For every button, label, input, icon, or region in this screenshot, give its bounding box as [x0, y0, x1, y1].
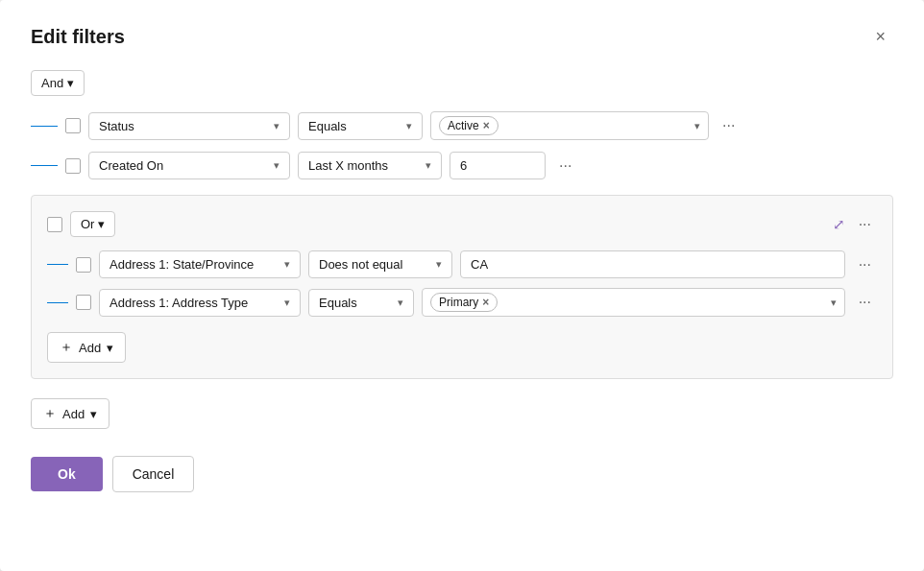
row1-field-dropdown[interactable]: Status ▾ — [88, 112, 290, 140]
row1-field-label: Status — [99, 119, 134, 133]
or-add-label: Add — [79, 341, 101, 355]
or-row1-field-dropdown[interactable]: Address 1: State/Province ▾ — [99, 250, 301, 278]
or-row2-value-chevron: ▾ — [831, 297, 837, 309]
or-row2-connector — [47, 302, 68, 303]
or-add-chevron: ▾ — [107, 341, 113, 355]
ok-button[interactable]: Ok — [31, 457, 103, 491]
collapse-icon[interactable]: ⤢ — [833, 216, 845, 233]
row1-field-chevron: ▾ — [274, 120, 280, 132]
row1-operator-chevron: ▾ — [406, 120, 412, 132]
or-row1-value-input[interactable] — [460, 250, 845, 278]
row1-operator-label: Equals — [308, 119, 347, 133]
or-filter-row-2: Address 1: Address Type ▾ Equals ▾ Prima… — [47, 288, 877, 317]
row2-field-dropdown[interactable]: Created On ▾ — [88, 152, 290, 179]
or-row1-field-chevron: ▾ — [284, 258, 290, 271]
or-row1-operator-chevron: ▾ — [436, 258, 442, 271]
or-group: Or ▾ ⤢ ··· Address 1: State/Province ▾ D… — [31, 195, 893, 379]
or-row2-value-tag: Primary × — [430, 293, 498, 312]
close-button[interactable]: × — [867, 23, 893, 51]
row2-connector — [31, 165, 58, 166]
row1-value-field[interactable]: Active × ▾ — [430, 111, 709, 140]
filter-row-1: Status ▾ Equals ▾ Active × ▾ ··· — [31, 111, 893, 140]
or-row2-field-label: Address 1: Address Type — [109, 296, 248, 310]
row2-value-input[interactable] — [450, 152, 546, 179]
row1-tag-remove[interactable]: × — [483, 119, 490, 132]
row1-tag-text: Active — [448, 119, 479, 132]
or-row2-value-field[interactable]: Primary × ▾ — [422, 288, 845, 317]
row1-value-chevron: ▾ — [694, 120, 700, 132]
main-add-button[interactable]: ＋ Add ▾ — [31, 398, 109, 429]
row1-value-tag: Active × — [439, 116, 498, 135]
main-add-chevron: ▾ — [90, 407, 97, 421]
and-chevron: ▾ — [67, 76, 74, 90]
or-row2-operator-chevron: ▾ — [398, 297, 403, 309]
or-row2-tag-remove[interactable]: × — [482, 296, 489, 309]
or-add-icon: ＋ — [60, 339, 73, 356]
or-group-add-button[interactable]: ＋ Add ▾ — [47, 332, 126, 363]
row2-more-button[interactable]: ··· — [553, 154, 577, 178]
row1-connector — [31, 126, 58, 127]
and-operator-button[interactable]: And ▾ — [31, 70, 85, 96]
or-operator-button[interactable]: Or ▾ — [70, 211, 115, 237]
cancel-button[interactable]: Cancel — [112, 456, 195, 492]
main-add-label: Add — [62, 407, 85, 421]
or-row2-field-chevron: ▾ — [284, 297, 290, 309]
or-group-left: Or ▾ — [47, 211, 115, 237]
or-row2-field-dropdown[interactable]: Address 1: Address Type ▾ — [99, 289, 301, 317]
or-row1-operator-label: Does not equal — [319, 257, 402, 272]
dialog-footer: Ok Cancel — [31, 456, 893, 492]
row2-operator-dropdown[interactable]: Last X months ▾ — [298, 152, 442, 179]
or-row2-operator-label: Equals — [319, 296, 357, 310]
edit-filters-dialog: Edit filters × And ▾ Status ▾ Equals ▾ A… — [0, 0, 924, 571]
or-chevron: ▾ — [98, 217, 105, 231]
and-label: And — [41, 76, 63, 90]
or-row1-more-button[interactable]: ··· — [853, 252, 877, 277]
or-row2-checkbox[interactable] — [76, 295, 91, 310]
or-group-checkbox[interactable] — [47, 217, 62, 232]
row2-operator-chevron: ▾ — [426, 159, 431, 172]
row2-field-chevron: ▾ — [274, 159, 280, 172]
row2-checkbox[interactable] — [65, 158, 81, 174]
row2-operator-label: Last X months — [308, 158, 388, 173]
filter-row-2: Created On ▾ Last X months ▾ ··· — [31, 152, 893, 179]
or-row2-more-button[interactable]: ··· — [853, 290, 877, 315]
or-row1-connector — [47, 264, 68, 265]
or-filter-row-1: Address 1: State/Province ▾ Does not equ… — [47, 250, 877, 278]
dialog-title: Edit filters — [31, 26, 125, 48]
main-add-icon: ＋ — [43, 405, 57, 422]
or-row2-tag-text: Primary — [439, 296, 478, 309]
row1-more-button[interactable]: ··· — [717, 113, 741, 138]
or-group-header: Or ▾ ⤢ ··· — [47, 211, 877, 237]
or-row1-checkbox[interactable] — [76, 257, 91, 273]
or-group-right: ⤢ ··· — [833, 212, 877, 237]
or-group-more-button[interactable]: ··· — [853, 212, 877, 237]
row2-field-label: Created On — [99, 158, 163, 173]
row1-operator-dropdown[interactable]: Equals ▾ — [298, 112, 423, 140]
dialog-header: Edit filters × — [31, 23, 893, 51]
row1-checkbox[interactable] — [65, 118, 81, 133]
or-row2-operator-dropdown[interactable]: Equals ▾ — [308, 289, 414, 317]
or-label: Or — [81, 217, 94, 231]
or-row1-operator-dropdown[interactable]: Does not equal ▾ — [308, 250, 452, 278]
or-row1-field-label: Address 1: State/Province — [109, 257, 254, 272]
